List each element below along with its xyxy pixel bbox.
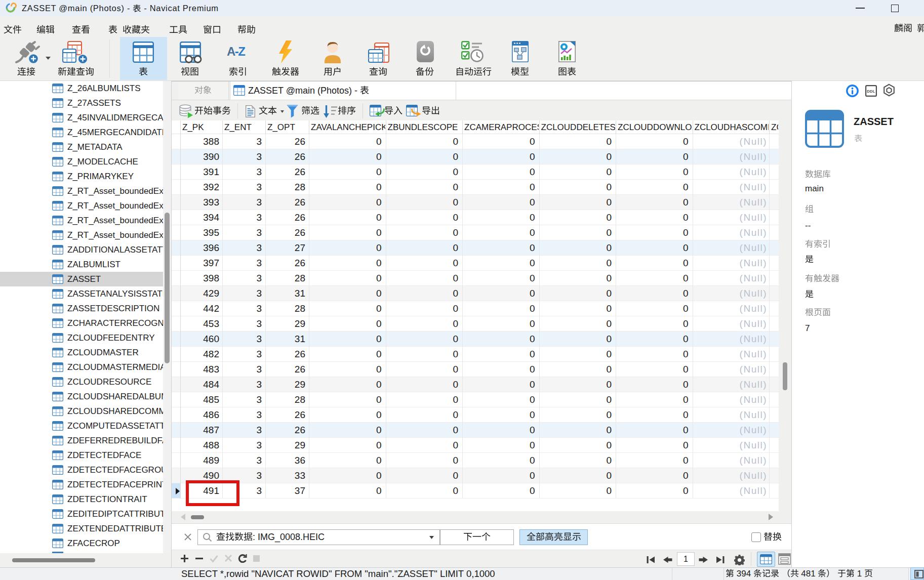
svg-text:DDL: DDL <box>867 89 875 94</box>
